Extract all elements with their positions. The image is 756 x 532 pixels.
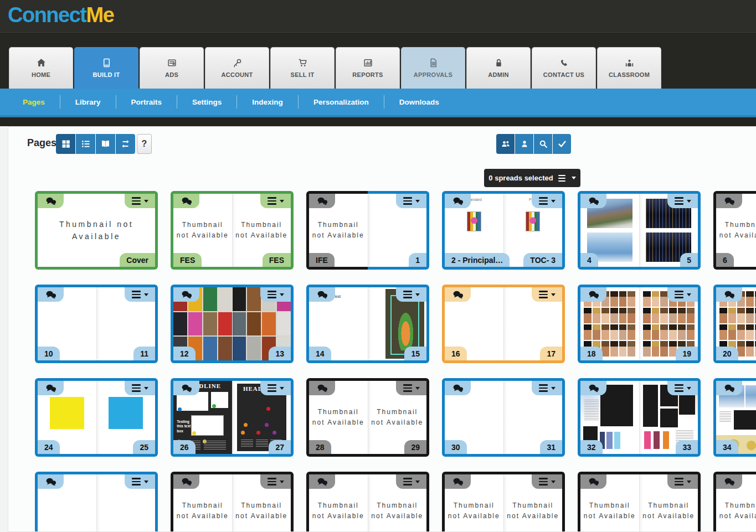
spread-card[interactable]: Thumbnail not AvailableIFE1 xyxy=(306,191,429,270)
list-view-button[interactable] xyxy=(76,134,95,154)
comment-badge[interactable] xyxy=(173,381,199,395)
app-logo[interactable]: ConnectMe xyxy=(8,3,114,27)
spread-card[interactable]: Thumbnail not AvailableThumbnail not Ava… xyxy=(306,472,429,532)
menu-badge[interactable] xyxy=(532,287,562,302)
menu-badge[interactable] xyxy=(667,474,698,489)
user-button[interactable] xyxy=(515,134,533,154)
spread-card[interactable]: 3233 xyxy=(578,378,701,457)
spread-card[interactable]: Thumbnail not AvailableCover xyxy=(35,191,158,270)
spread-card[interactable]: 3031 xyxy=(442,378,565,457)
spread-card[interactable]: Thumbnail not AvailableThumbnail not Ava… xyxy=(713,191,756,270)
menu-badge[interactable] xyxy=(260,381,291,395)
menu-badge[interactable] xyxy=(125,381,155,395)
tab-reports[interactable]: REPORTS xyxy=(336,47,400,89)
subnav-item-pages[interactable]: Pages xyxy=(8,89,60,115)
spreads-selected-button[interactable]: 0 spreads selected xyxy=(484,169,580,187)
comment-badge[interactable] xyxy=(173,287,199,302)
comment-badge[interactable] xyxy=(580,194,606,208)
search-button[interactable] xyxy=(534,134,552,154)
menu-badge[interactable] xyxy=(125,194,155,208)
menu-badge[interactable] xyxy=(260,474,291,489)
comment-badge[interactable] xyxy=(309,194,335,208)
spread-card[interactable]: Thumbnail not AvailableThumbnail not Ava… xyxy=(578,472,701,532)
tab-approvals[interactable]: APPROVALS xyxy=(401,47,465,89)
comment-badge[interactable] xyxy=(445,381,471,395)
comment-badge[interactable] xyxy=(445,194,471,208)
tab-contact-us[interactable]: CONTACT US xyxy=(532,47,596,89)
menu-badge[interactable] xyxy=(396,474,426,489)
spread-card[interactable]: Thumbnail not AvailableThumbnail not Ava… xyxy=(442,472,565,532)
page-label: 17 xyxy=(540,347,562,360)
subnav-item-library[interactable]: Library xyxy=(60,89,116,115)
tab-ads[interactable]: ADS xyxy=(140,47,204,89)
spread-card[interactable]: HEADLINETesting this text boxHEADLINE262… xyxy=(171,378,294,457)
comment-badge[interactable] xyxy=(716,194,742,208)
tab-label: ADS xyxy=(165,71,178,78)
tab-account[interactable]: ACCOUNT xyxy=(205,47,269,89)
menu-badge[interactable] xyxy=(260,287,291,302)
spread-card[interactable]: 1011 xyxy=(35,285,158,363)
menu-badge[interactable] xyxy=(125,287,155,302)
menu-icon xyxy=(675,197,683,205)
menu-badge[interactable] xyxy=(532,381,562,395)
comment-badge[interactable] xyxy=(173,474,199,489)
menu-badge[interactable] xyxy=(667,287,698,302)
comment-badge[interactable] xyxy=(309,474,335,489)
menu-badge[interactable] xyxy=(532,474,562,489)
comment-badge[interactable] xyxy=(38,287,64,302)
comment-badge[interactable] xyxy=(580,381,606,395)
menu-badge[interactable] xyxy=(396,287,426,302)
tab-admin[interactable]: ADMIN xyxy=(466,47,531,89)
spread-card[interactable]: 1213 xyxy=(171,285,294,363)
spread-card[interactable]: Jaydon's Test1415 xyxy=(306,285,429,363)
tab-sell-it[interactable]: SELL IT xyxy=(270,47,335,89)
spread-card[interactable]: Thumbnail not AvailableThumbnail not Ava… xyxy=(306,378,429,457)
users-button[interactable] xyxy=(496,134,515,154)
spread-card[interactable]: StandardPrint2 - Principal…TOC- 3 xyxy=(442,191,565,270)
comment-badge[interactable] xyxy=(38,474,64,489)
comment-badge[interactable] xyxy=(309,287,335,302)
menu-badge[interactable] xyxy=(667,381,698,395)
comment-badge[interactable] xyxy=(445,287,471,302)
comment-badge[interactable] xyxy=(580,474,606,489)
swap-view-button[interactable] xyxy=(116,134,135,154)
comment-badge[interactable] xyxy=(38,194,64,208)
spread-card[interactable] xyxy=(35,472,158,532)
comment-badge[interactable] xyxy=(445,474,471,489)
subnav-item-portraits[interactable]: Portraits xyxy=(116,89,177,115)
subnav-item-indexing[interactable]: Indexing xyxy=(237,89,298,115)
comment-badge[interactable] xyxy=(716,474,742,489)
spread-card[interactable]: 34 xyxy=(713,378,756,457)
menu-badge[interactable] xyxy=(396,194,426,208)
spread-card[interactable]: 2425 xyxy=(35,378,158,457)
subnav-item-settings[interactable]: Settings xyxy=(177,89,236,115)
help-button[interactable]: ? xyxy=(137,134,152,154)
spread-card[interactable]: 1617 xyxy=(442,285,565,363)
spread-card[interactable]: 45 xyxy=(578,191,701,270)
tab-home[interactable]: HOME xyxy=(9,47,73,89)
comment-badge[interactable] xyxy=(173,194,199,208)
menu-badge[interactable] xyxy=(260,194,291,208)
comment-badge[interactable] xyxy=(309,381,335,395)
subnav-item-downloads[interactable]: Downloads xyxy=(384,89,454,115)
filter-button-group xyxy=(496,134,571,154)
menu-badge[interactable] xyxy=(396,381,426,395)
grid-view-button[interactable] xyxy=(56,134,75,154)
spread-card[interactable]: 1819 xyxy=(578,285,701,363)
comment-badge[interactable] xyxy=(580,287,606,302)
menu-badge[interactable] xyxy=(667,194,698,208)
book-view-button[interactable] xyxy=(96,134,115,154)
subnav-item-personalization[interactable]: Personalization xyxy=(299,89,384,115)
menu-badge[interactable] xyxy=(125,474,155,489)
spread-card[interactable]: Thumbnail not AvailableThumbnail not Ava… xyxy=(713,472,756,532)
comment-badge[interactable] xyxy=(716,287,742,302)
tab-build-it[interactable]: BUILD IT xyxy=(74,47,138,89)
spread-card[interactable]: Thumbnail not AvailableThumbnail not Ava… xyxy=(171,472,294,532)
menu-badge[interactable] xyxy=(532,194,562,208)
tab-classroom[interactable]: CLASSROOM xyxy=(597,47,661,89)
spread-card[interactable]: Thumbnail not AvailableThumbnail not Ava… xyxy=(171,191,294,270)
comment-badge[interactable] xyxy=(38,381,64,395)
comment-badge[interactable] xyxy=(716,381,742,395)
spread-card[interactable]: 20 xyxy=(713,285,756,363)
check-button[interactable] xyxy=(553,134,571,154)
